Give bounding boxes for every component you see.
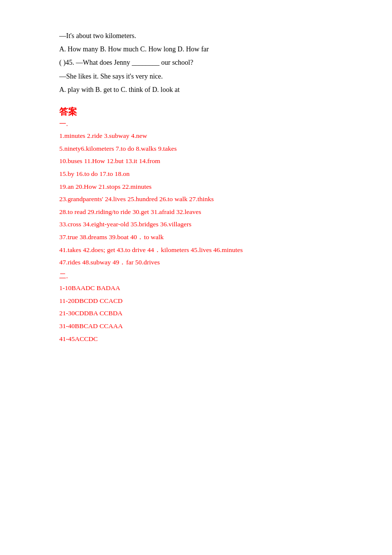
part1-answer-line: 33.cross 34.eight-year-old 35.bridges 36…: [59, 218, 343, 231]
part1-answer-line: 19.an 20.How 21.stops 22.minutes: [59, 180, 343, 193]
part1-answer-line: 23.grandparents' 24.lives 25.hundred 26.…: [59, 193, 343, 206]
q44-answer-line: —It's about two kilometers.: [59, 30, 343, 42]
part1-answer-line: 37.true 38.dreams 39.boat 40．to walk: [59, 231, 343, 244]
part2-answer-line: 31-40BBCAD CCAAA: [59, 320, 343, 333]
part1-answer-line: 5.ninety6.kilometers 7.to do 8.walks 9.t…: [59, 142, 343, 155]
question-section: —It's about two kilometers. A. How many …: [59, 30, 343, 96]
answer-title: 答案: [59, 106, 343, 118]
part1-answer-line: 41.takes 42.does; get 43.to drive 44．kil…: [59, 244, 343, 256]
q45-answer-line: —She likes it. She says it's very nice.: [59, 70, 343, 83]
part2-answer-line: 11-20DBCDD CCACD: [59, 295, 343, 307]
part2-marker: 二.: [59, 272, 343, 281]
part1-answers: 1.minutes 2.ride 3.subway 4.new5.ninety6…: [59, 129, 343, 269]
answer-section: 答案 一. 1.minutes 2.ride 3.subway 4.new5.n…: [59, 106, 343, 345]
part2-answers: 1-10BAADC BADAA11-20DBCDD CCACD21-30CDDB…: [59, 282, 343, 345]
part2-answer-line: 21-30CDDBA CCBDA: [59, 307, 343, 320]
part1-answer-line: 1.minutes 2.ride 3.subway 4.new: [59, 129, 343, 142]
part2-answer-line: 41-45ACCDC: [59, 333, 343, 345]
part2-answer-line: 1-10BAADC BADAA: [59, 282, 343, 295]
part1-answer-line: 28.to read 29.riding/to ride 30.get 31.a…: [59, 206, 343, 218]
part1-answer-line: 10.buses 11.How 12.but 13.it 14.from: [59, 155, 343, 168]
q44-options-line: A. How many B. How much C. How long D. H…: [59, 43, 343, 55]
q45-stem-line: ( )45. —What does Jenny ________ our sch…: [59, 56, 343, 69]
part1-answer-line: 47.rides 48.subway 49．far 50.drives: [59, 256, 343, 269]
part1-answer-line: 15.by 16.to do 17.to 18.on: [59, 168, 343, 180]
q45-options-line: A. play with B. get to C. think of D. lo…: [59, 84, 343, 96]
part1-marker: 一.: [59, 120, 343, 128]
